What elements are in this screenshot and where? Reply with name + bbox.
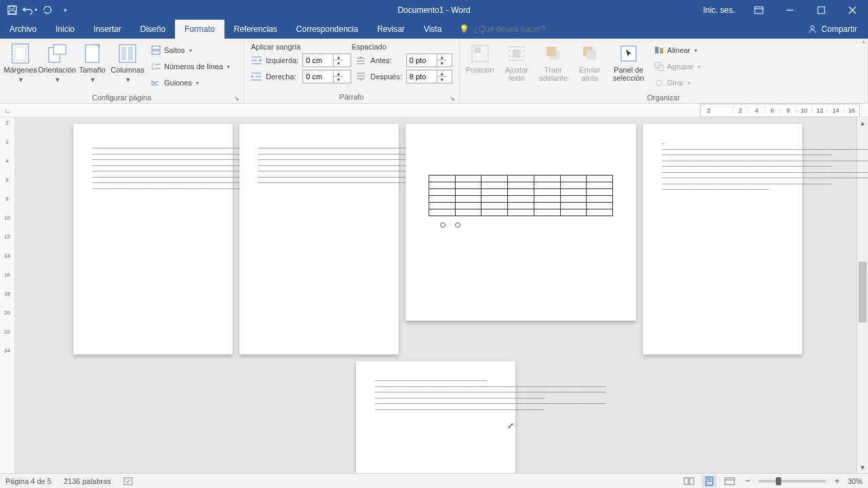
quick-access-toolbar: ▾ ▾ <box>0 2 77 18</box>
orientation-icon <box>46 43 68 64</box>
tab-referencias[interactable]: Referencias <box>224 20 287 39</box>
tab-diseno[interactable]: Diseño <box>131 20 175 39</box>
ribbon-display-button[interactable] <box>743 0 774 20</box>
page-1: ▬▬▬▬▬▬▬▬▬▬▬▬▬▬▬▬▬▬▬▬▬▬▬▬▬▬▬▬▬▬▬▬▬▬▬▬▬▬▬▬… <box>73 124 233 354</box>
sign-in-button[interactable]: Inic. ses. <box>695 5 743 15</box>
svg-rect-27 <box>513 49 521 58</box>
tab-inicio[interactable]: Inicio <box>46 20 84 39</box>
tab-revisar[interactable]: Revisar <box>368 20 414 39</box>
print-layout-button[interactable] <box>702 475 717 487</box>
save-button[interactable] <box>4 2 20 18</box>
read-mode-button[interactable] <box>682 475 696 487</box>
lightbulb-icon: 💡 <box>459 24 469 34</box>
zoom-slider[interactable] <box>758 480 826 483</box>
svg-rect-34 <box>660 48 663 54</box>
size-icon <box>81 43 103 64</box>
line-numbers-button[interactable]: 12Números de línea▾ <box>148 59 233 74</box>
undo-button[interactable]: ▾ <box>22 2 38 18</box>
breaks-button[interactable]: Saltos▾ <box>148 43 233 58</box>
proofing-icon[interactable] <box>123 476 134 486</box>
group-label-paragraph: Párrafo <box>339 93 363 101</box>
indent-right-spinner[interactable]: ▲▼ <box>302 70 351 83</box>
share-button[interactable]: Compartir <box>797 20 868 39</box>
tab-insertar[interactable]: Insertar <box>84 20 131 39</box>
tab-file[interactable]: Archivo <box>0 20 46 39</box>
word-count[interactable]: 2136 palabras <box>64 477 111 485</box>
align-icon <box>654 45 665 56</box>
zoom-out-button[interactable]: − <box>743 476 753 486</box>
svg-rect-6 <box>818 7 825 14</box>
scroll-down-button[interactable]: ▼ <box>857 462 868 473</box>
space-after-spinner[interactable]: ▲▼ <box>406 70 452 83</box>
page-setup-launcher[interactable]: ↘ <box>234 95 239 102</box>
collapse-ribbon-button[interactable]: ˄ <box>862 41 865 48</box>
breaks-icon <box>151 45 161 56</box>
indent-right-label: Derecha: <box>266 73 298 81</box>
page-canvas[interactable]: ▬▬▬▬▬▬▬▬▬▬▬▬▬▬▬▬▬▬▬▬▬▬▬▬▬▬▬▬▬▬▬▬▬▬▬▬▬▬▬▬… <box>15 117 856 473</box>
group-arrange: Posición Ajustar texto Traer adelante En… <box>460 39 868 103</box>
vertical-scrollbar[interactable]: ▲ ▼ <box>856 117 868 473</box>
share-icon <box>808 24 817 34</box>
svg-rect-26 <box>474 47 481 53</box>
spacing-header: Espaciado <box>351 43 452 51</box>
zoom-in-button[interactable]: + <box>831 476 842 486</box>
indent-left-label: Izquierda: <box>266 56 298 64</box>
paragraph-launcher[interactable]: ↘ <box>450 95 455 102</box>
group-label-arrange: Organizar <box>647 94 679 102</box>
svg-rect-39 <box>690 478 694 485</box>
svg-rect-14 <box>85 45 99 62</box>
group-objects-button: Agrupar▾ <box>651 59 703 74</box>
selection-pane-icon <box>618 43 639 64</box>
minimize-button[interactable] <box>774 0 806 20</box>
margins-button[interactable]: Márgenes▾ <box>3 41 38 85</box>
wrap-text-button: Ajustar texto <box>499 41 534 83</box>
columns-icon <box>117 43 138 64</box>
orientation-button[interactable]: Orientación▾ <box>39 41 75 85</box>
indent-right-icon <box>251 72 262 81</box>
qat-customize[interactable]: ▾ <box>57 2 73 18</box>
zoom-level[interactable]: 30% <box>848 477 863 485</box>
cursor-icon: ⤢ <box>507 421 514 430</box>
indent-header: Aplicar sangría <box>251 43 351 51</box>
page-5: ▬▬▬▬▬▬▬▬▬▬▬▬▬▬▬▬▬▬▬▬▬▬▬▬▬▬▬▬▬▬▬▬▬▬▬▬▬▬▬▬… <box>356 361 515 473</box>
svg-rect-33 <box>655 47 658 54</box>
tab-correspondencia[interactable]: Correspondencia <box>287 20 368 39</box>
web-layout-button[interactable] <box>722 475 737 487</box>
svg-rect-18 <box>152 46 160 49</box>
maximize-button[interactable] <box>806 0 837 20</box>
size-button[interactable]: Tamaño▾ <box>76 41 108 85</box>
scroll-up-button[interactable]: ▲ <box>857 117 868 129</box>
ribbon: Márgenes▾ Orientación▾ Tamaño▾ Columnas▾… <box>0 39 868 104</box>
tell-me-input[interactable] <box>473 24 582 34</box>
selection-pane-button[interactable]: Panel de selección <box>609 41 648 83</box>
tab-vista[interactable]: Vista <box>414 20 451 39</box>
redo-button[interactable] <box>39 2 56 18</box>
align-button[interactable]: Alinear▾ <box>651 43 703 58</box>
tab-selector[interactable]: ∟ <box>0 104 15 117</box>
page-3 <box>406 124 636 321</box>
horizontal-ruler[interactable]: 2 2 4 6 8 10 12 14 16 <box>700 104 860 117</box>
tab-formato[interactable]: Formato <box>175 20 224 39</box>
scroll-thumb[interactable] <box>859 262 867 323</box>
svg-text:2: 2 <box>151 66 154 70</box>
position-icon <box>469 43 491 64</box>
indent-left-spinner[interactable]: ▲▼ <box>302 54 351 67</box>
hyphenation-icon: bc <box>151 77 161 88</box>
hyphenation-button[interactable]: bcGuiones▾ <box>148 75 233 90</box>
page-indicator[interactable]: Página 4 de 5 <box>5 477 52 485</box>
svg-rect-37 <box>124 478 132 485</box>
space-before-spinner[interactable]: ▲▼ <box>406 54 452 67</box>
svg-text:bc: bc <box>151 79 159 87</box>
scroll-track[interactable] <box>857 129 868 462</box>
svg-rect-29 <box>547 47 556 56</box>
columns-button[interactable]: Columnas▾ <box>110 41 145 85</box>
page-2: ▬▬▬▬▬▬▬▬▬▬▬▬▬▬▬▬▬▬▬▬▬▬▬▬▬▬▬▬▬▬▬▬▬▬▬▬▬▬▬▬… <box>239 124 399 354</box>
group-paragraph: Aplicar sangríaEspaciado Izquierda: ▲▼ A… <box>244 39 460 103</box>
close-button[interactable] <box>837 0 868 20</box>
tell-me[interactable]: 💡 <box>451 20 590 39</box>
vertical-ruler[interactable]: 2 2 4 6 8 10 12 14 16 18 20 22 24 <box>0 117 15 473</box>
svg-rect-38 <box>684 478 688 485</box>
group-page-setup: Márgenes▾ Orientación▾ Tamaño▾ Columnas▾… <box>0 39 244 103</box>
zoom-knob[interactable] <box>776 477 781 485</box>
svg-rect-2 <box>9 10 16 13</box>
